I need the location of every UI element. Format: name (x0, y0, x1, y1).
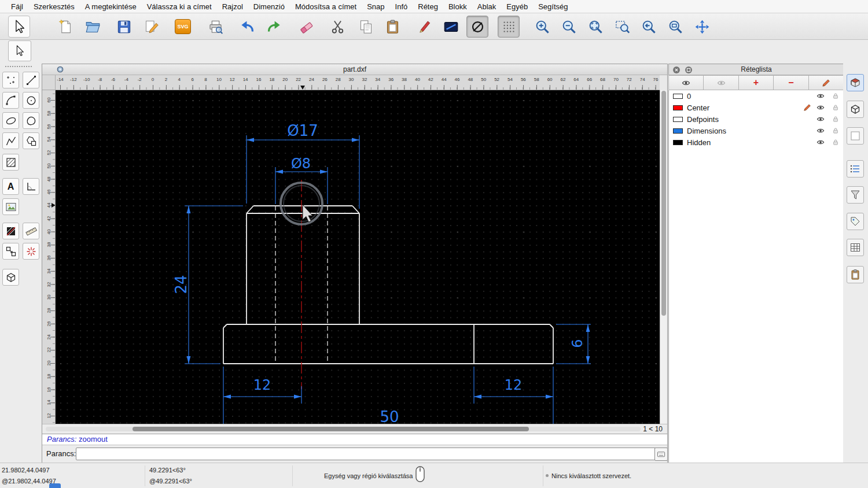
layer-visibility-icon[interactable] (816, 92, 825, 100)
layer-color-swatch[interactable] (673, 140, 683, 145)
zoom-previous-button[interactable] (638, 16, 660, 38)
menu-item[interactable]: Szerkesztés (28, 2, 80, 11)
palette-ellipse-tool[interactable] (2, 112, 19, 129)
palette-explode-tool[interactable] (23, 243, 39, 260)
horizontal-scrollbar[interactable]: 1 < 10 (42, 424, 667, 434)
hide-all-layers-button[interactable] (703, 75, 738, 90)
palette-modify-tool[interactable] (2, 243, 19, 260)
palette-corner-tool[interactable] (23, 178, 39, 195)
show-all-layers-button[interactable] (668, 75, 704, 90)
menu-item[interactable]: Blokk (443, 2, 472, 11)
redo-button[interactable] (263, 16, 285, 38)
drawing-canvas[interactable]: Ø17 Ø8 24 6 12 12 50 (56, 90, 660, 424)
tag-panel-button[interactable] (847, 213, 864, 230)
palette-text-tool[interactable]: A (2, 178, 19, 195)
menu-item[interactable]: Snap (362, 2, 389, 11)
vertical-scrollbar[interactable] (660, 90, 667, 424)
dimension-texts[interactable]: Ø17 Ø8 24 6 12 12 50 (172, 122, 586, 424)
palette-hatch-tool[interactable] (2, 154, 19, 171)
layer-color-swatch[interactable] (673, 94, 683, 99)
scrollbar-thumb[interactable] (661, 91, 666, 316)
menu-item[interactable]: Rajzol (217, 2, 248, 11)
save-button[interactable] (113, 16, 135, 38)
remove-layer-button[interactable]: − (773, 75, 808, 90)
palette-polygon-tool[interactable] (23, 132, 39, 149)
menu-item[interactable]: A megtekintése (80, 2, 142, 11)
attributes-button[interactable] (440, 16, 462, 38)
undo-button[interactable] (236, 16, 258, 38)
command-options-button[interactable] (654, 448, 668, 461)
zoom-pan-button[interactable] (691, 16, 713, 38)
blank-panel-button[interactable] (847, 127, 864, 145)
palette-select-tool[interactable] (8, 40, 31, 61)
menu-item[interactable]: Egyéb (501, 2, 533, 11)
open-file-button[interactable] (82, 16, 104, 38)
palette-circle-tool[interactable] (23, 92, 39, 109)
select-tool-button[interactable] (8, 16, 30, 38)
menu-item[interactable]: Infó (390, 2, 413, 11)
scrollbar-thumb[interactable] (133, 427, 529, 431)
menu-item[interactable]: Segítség (533, 2, 573, 11)
circle-tool-button[interactable] (466, 16, 488, 38)
layer-row[interactable]: Hidden (669, 136, 844, 148)
zoom-auto-button[interactable] (584, 16, 606, 38)
new-file-button[interactable] (54, 16, 76, 38)
export-svg-button[interactable]: SVG (172, 16, 194, 38)
library-browser-button[interactable] (847, 74, 864, 91)
layer-row[interactable]: 0 (669, 90, 844, 102)
layer-edit-pencil-icon[interactable] (803, 103, 811, 112)
part-outline[interactable] (223, 206, 553, 364)
delete-button[interactable] (295, 16, 317, 38)
layer-color-swatch[interactable] (673, 117, 683, 122)
layer-visibility-icon[interactable] (816, 103, 825, 112)
cut-button[interactable] (326, 16, 348, 38)
palette-measure-tool[interactable] (23, 223, 39, 239)
command-input[interactable] (76, 448, 658, 460)
property-table-button[interactable] (847, 239, 864, 256)
print-preview-button[interactable] (204, 16, 226, 38)
zoom-region-button[interactable] (611, 16, 633, 38)
layer-lock-icon[interactable] (832, 104, 839, 111)
layer-row[interactable]: Defpoints (669, 113, 844, 125)
filter-button[interactable] (847, 186, 864, 204)
menu-item[interactable]: Válassza ki a címet (142, 2, 217, 11)
palette-line-tool[interactable] (23, 72, 39, 88)
layer-color-swatch[interactable] (673, 128, 683, 134)
copy-button[interactable] (355, 16, 377, 38)
menu-item[interactable]: Réteg (413, 2, 443, 11)
layer-lock-icon[interactable] (832, 127, 839, 134)
layer-visibility-icon[interactable] (816, 115, 825, 123)
palette-dimension-tool[interactable] (2, 223, 19, 239)
layer-row[interactable]: Dimensions (669, 125, 844, 136)
add-layer-button[interactable]: + (738, 75, 774, 90)
palette-polyline-tool[interactable] (2, 132, 19, 149)
save-as-button[interactable] (140, 16, 162, 38)
pen-edit-button[interactable] (413, 16, 435, 38)
layer-visibility-icon[interactable] (816, 127, 825, 135)
paste-button[interactable] (381, 16, 403, 38)
zoom-window-button[interactable] (664, 16, 686, 38)
layer-lock-icon[interactable] (832, 93, 839, 99)
layer-row[interactable]: Center (669, 102, 844, 113)
palette-image-tool[interactable] (2, 198, 19, 215)
layer-lock-icon[interactable] (832, 139, 839, 146)
palette-arc-tool[interactable] (2, 92, 19, 109)
palette-spline-tool[interactable] (23, 112, 39, 129)
dimension-lines[interactable] (185, 135, 591, 424)
layer-color-swatch[interactable] (673, 105, 683, 110)
entity-list-button[interactable] (847, 160, 864, 178)
menu-item[interactable]: Fájl (6, 2, 28, 11)
snap-grid-button[interactable] (498, 16, 520, 38)
palette-3d-tool[interactable] (2, 269, 19, 286)
zoom-in-button[interactable] (531, 16, 553, 38)
menu-item[interactable]: Dimenzió (248, 2, 290, 11)
zoom-out-button[interactable] (558, 16, 580, 38)
palette-point-tool[interactable] (2, 72, 19, 88)
layer-visibility-icon[interactable] (816, 138, 825, 146)
layer-lock-icon[interactable] (832, 116, 839, 123)
menu-item[interactable]: Módosítsa a címet (290, 2, 362, 11)
edit-layer-button[interactable] (808, 75, 844, 90)
document-titlebar[interactable]: part.dxf (42, 64, 667, 75)
clipboard-panel-button[interactable] (847, 266, 864, 283)
block-list-button[interactable] (847, 101, 864, 118)
